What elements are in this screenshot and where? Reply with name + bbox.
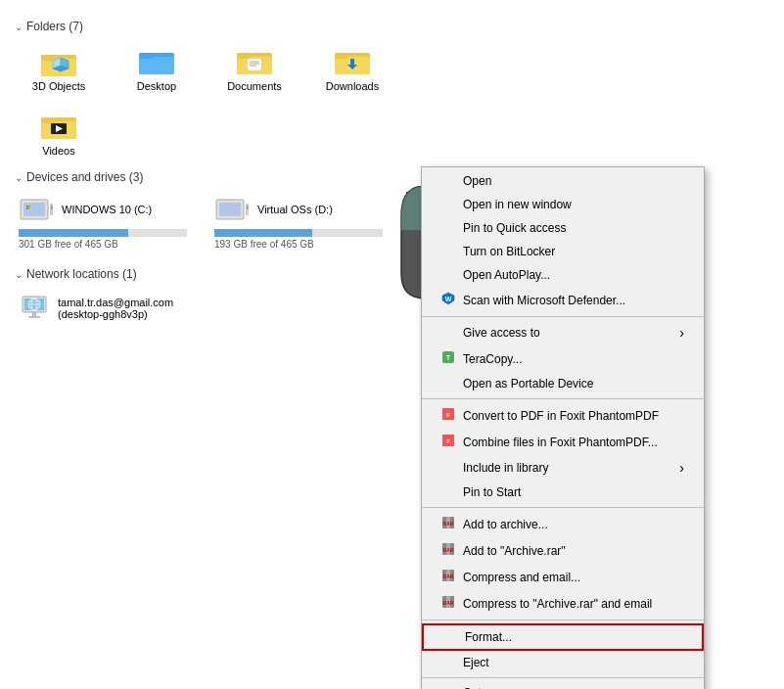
svg-rect-9 <box>139 53 153 59</box>
network-hostname: (desktop-ggh8v3p) <box>58 308 173 320</box>
separator-5 <box>422 677 704 678</box>
separator-3 <box>422 507 704 508</box>
menu-combine-pdf[interactable]: F Combine files in Foxit PhantomPDF... <box>422 429 704 455</box>
svg-rect-36 <box>219 203 241 216</box>
menu-compress-email[interactable]: RAR Compress and email... <box>422 564 704 590</box>
svg-text:RAR: RAR <box>443 600 454 606</box>
folder-downloads-label: Downloads <box>326 80 379 92</box>
folder-documents-label: Documents <box>227 80 282 92</box>
documents-icon <box>235 45 274 76</box>
menu-eject[interactable]: Eject <box>422 651 704 674</box>
svg-text:W: W <box>445 296 452 302</box>
menu-defender[interactable]: W Scan with Microsoft Defender... <box>422 287 704 313</box>
drive-c-top: WINDOWS 10 (C:) <box>19 196 187 223</box>
menu-bitlocker[interactable]: Turn on BitLocker <box>422 240 704 263</box>
folder-desktop-label: Desktop <box>137 80 176 92</box>
separator-2 <box>422 398 704 399</box>
svg-rect-13 <box>248 59 261 70</box>
drive-d-name: Virtual OSs (D:) <box>257 204 333 215</box>
winrar-icon-3: RAR <box>441 569 457 585</box>
network-section-label: Network locations (1) <box>26 267 137 281</box>
svg-rect-12 <box>237 53 251 59</box>
drive-c-bar-container <box>19 229 187 237</box>
svg-rect-38 <box>247 206 249 209</box>
menu-cut[interactable]: Cut <box>422 681 704 689</box>
drive-d-top: Virtual OSs (D:) <box>214 196 383 223</box>
svg-rect-33 <box>26 207 28 209</box>
menu-convert-pdf[interactable]: F Convert to PDF in Foxit PhantomPDF <box>422 402 704 429</box>
downloads-icon <box>333 45 372 76</box>
separator-4 <box>422 620 704 620</box>
network-item[interactable]: tamal.tr.das@gmail.com (desktop-ggh8v3p) <box>15 289 171 328</box>
network-chevron: ⌄ <box>15 269 23 280</box>
drive-d-free: 193 GB free of 465 GB <box>214 239 383 250</box>
devices-chevron: ⌄ <box>15 172 23 183</box>
3dobjects-icon <box>39 45 78 80</box>
drive-d[interactable]: Virtual OSs (D:) 193 GB free of 465 GB <box>210 192 387 257</box>
svg-text:RAR: RAR <box>443 547 454 553</box>
winrar-icon-2: RAR <box>441 542 457 559</box>
network-icon <box>19 293 50 324</box>
drive-c-free: 301 GB free of 465 GB <box>19 239 187 250</box>
context-menu: Open Open in new window Pin to Quick acc… <box>421 166 705 689</box>
svg-text:F: F <box>446 412 450 418</box>
svg-rect-34 <box>28 207 30 209</box>
folder-3dobjects-label: 3D Objects <box>32 80 85 92</box>
drive-c-name: WINDOWS 10 (C:) <box>62 204 152 215</box>
svg-rect-51 <box>32 312 36 316</box>
folder-documents[interactable]: Documents <box>210 41 299 96</box>
svg-rect-52 <box>28 316 40 318</box>
folders-second-row: Videos <box>15 106 769 161</box>
folder-downloads[interactable]: Downloads <box>308 41 396 96</box>
menu-open-new-window[interactable]: Open in new window <box>422 193 704 216</box>
teracopy-icon: T <box>441 350 457 367</box>
svg-text:F: F <box>446 438 450 444</box>
menu-open[interactable]: Open <box>422 169 704 193</box>
menu-give-access[interactable]: Give access to <box>422 320 704 345</box>
menu-portable[interactable]: Open as Portable Device <box>422 372 704 395</box>
drive-c-bar <box>19 229 128 237</box>
network-label-container: tamal.tr.das@gmail.com (desktop-ggh8v3p) <box>58 297 173 320</box>
folders-section-label: Folders (7) <box>26 20 83 33</box>
devices-section-label: Devices and drives (3) <box>26 170 143 184</box>
menu-teracopy[interactable]: T TeraCopy... <box>422 345 704 372</box>
svg-text:T: T <box>446 354 451 361</box>
folder-videos[interactable]: Videos <box>15 106 103 161</box>
menu-pin-quick[interactable]: Pin to Quick access <box>422 216 704 240</box>
foxit-icon-2: F <box>441 434 457 450</box>
svg-text:RAR: RAR <box>443 521 454 527</box>
desktop-icon <box>137 45 176 76</box>
folder-3dobjects[interactable]: 3D Objects <box>15 41 103 96</box>
separator-1 <box>422 316 704 317</box>
svg-rect-29 <box>51 206 53 209</box>
drive-c-icon <box>19 196 54 223</box>
menu-autoplay[interactable]: Open AutoPlay... <box>422 263 704 287</box>
winrar-icon-1: RAR <box>441 516 457 532</box>
svg-rect-32 <box>28 206 30 207</box>
svg-rect-19 <box>335 53 348 59</box>
network-email: tamal.tr.das@gmail.com <box>58 297 173 308</box>
svg-rect-23 <box>41 117 55 123</box>
svg-text:RAR: RAR <box>443 574 454 579</box>
drive-d-icon <box>214 196 250 223</box>
menu-format[interactable]: Format... <box>422 623 704 651</box>
foxit-icon-1: F <box>441 407 457 424</box>
menu-include-library[interactable]: Include in library <box>422 455 704 481</box>
svg-rect-2 <box>41 55 55 61</box>
folders-section-header[interactable]: ⌄ Folders (7) <box>15 20 769 33</box>
folders-chevron: ⌄ <box>15 22 23 32</box>
menu-add-archive[interactable]: RAR Add to archive... <box>422 511 704 537</box>
svg-rect-8 <box>139 57 174 74</box>
drive-d-bar-container <box>214 229 383 237</box>
folders-grid: 3D Objects Desktop <box>15 41 769 96</box>
menu-pin-start[interactable]: Pin to Start <box>422 481 704 504</box>
menu-add-rar[interactable]: RAR Add to "Archive.rar" <box>422 537 704 564</box>
folder-desktop[interactable]: Desktop <box>113 41 201 96</box>
winrar-icon-4: RAR <box>441 595 457 612</box>
folder-videos-label: Videos <box>42 145 74 157</box>
menu-compress-rar-email[interactable]: RAR Compress to "Archive.rar" and email <box>422 590 704 617</box>
drive-d-bar <box>214 229 312 237</box>
drive-c[interactable]: WINDOWS 10 (C:) 301 GB free of 465 GB <box>15 192 191 257</box>
videos-icon <box>39 110 78 141</box>
defender-icon: W <box>441 292 457 308</box>
